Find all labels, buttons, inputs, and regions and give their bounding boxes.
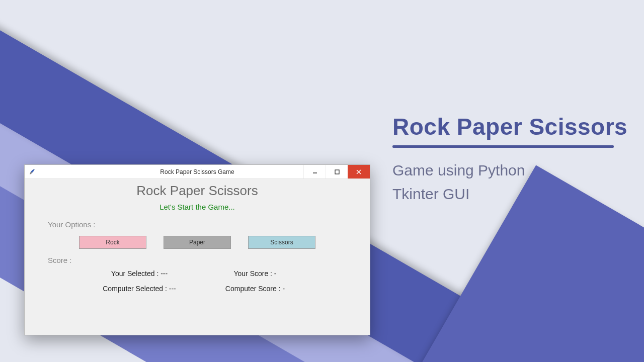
thumbnail-canvas: Rock Paper Scissors Game using Python Tk… (0, 0, 644, 362)
paper-button[interactable]: Paper (164, 236, 231, 249)
tkinter-window: Rock Paper Scissors Game Rock Paper Scis… (24, 164, 370, 335)
start-message: Let's Start the Game... (34, 203, 361, 211)
app-title: Rock Paper Scissors (34, 183, 361, 199)
score-label: Score : (48, 256, 361, 264)
scissors-button[interactable]: Scissors (248, 236, 315, 249)
computer-score-value: Computer Score : - (202, 285, 308, 293)
svg-rect-1 (335, 170, 339, 174)
options-label: Your Options : (48, 220, 361, 229)
window-client-area: Rock Paper Scissors Let's Start the Game… (25, 179, 370, 298)
headline-sub-line2: Tkinter GUI (392, 183, 634, 206)
rock-button[interactable]: Rock (79, 236, 146, 249)
headline-sub-line1: Game using Python (392, 159, 634, 183)
your-selected-value: Your Selected : --- (87, 269, 192, 278)
computer-selected-value: Computer Selected : --- (87, 285, 192, 293)
maximize-button[interactable] (326, 165, 348, 178)
headline-title: Rock Paper Scissors (392, 113, 634, 140)
headline-subtitle: Game using Python Tkinter GUI (392, 159, 634, 206)
close-button[interactable] (348, 165, 370, 178)
window-buttons (303, 165, 370, 178)
minimize-button[interactable] (303, 165, 326, 178)
score-grid: Your Selected : --- Your Score : - Compu… (87, 269, 308, 293)
headline-underline (392, 145, 614, 148)
headline-block: Rock Paper Scissors Game using Python Tk… (392, 113, 634, 206)
your-score-value: Your Score : - (202, 269, 308, 278)
options-row: Rock Paper Scissors (34, 236, 361, 249)
tkinter-feather-icon (29, 168, 36, 175)
window-titlebar[interactable]: Rock Paper Scissors Game (25, 165, 370, 179)
